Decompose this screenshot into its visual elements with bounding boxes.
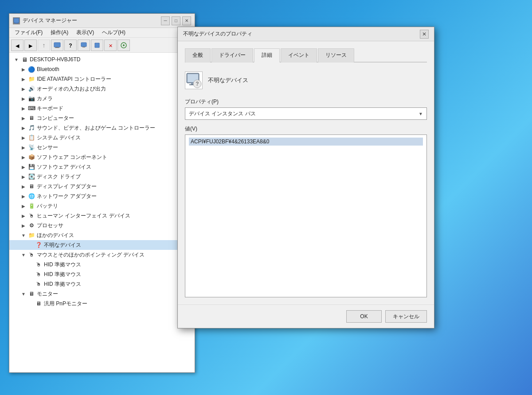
computer-expand-icon[interactable]: ▶ <box>20 115 27 122</box>
properties-dialog: 不明なデバイスのプロパティ ✕ 全般 ドライバー 詳細 イベント リソース ? <box>177 27 434 328</box>
audio-expand-icon[interactable]: ▶ <box>20 85 27 92</box>
tree-item-processor[interactable]: ▶ ⚙ プロセッサ <box>9 221 195 230</box>
tree-item-software-device[interactable]: ▶ 💾 ソフトウェア デバイス <box>9 162 195 172</box>
toolbar-computer-btn[interactable] <box>51 40 63 51</box>
value-box[interactable]: ACPI¥FUJ02BF¥4&26133EA8&0 <box>185 134 427 297</box>
audio-label: オーディオの入力および出力 <box>37 85 106 93</box>
tree-item-sensor[interactable]: ▶ 📡 センサー <box>9 142 195 152</box>
system-expand-icon[interactable]: ▶ <box>20 134 27 141</box>
network-label: ネットワーク アダプター <box>37 193 97 200</box>
tree-item-sound[interactable]: ▶ 🎵 サウンド、ビデオ、およびゲーム コントローラー <box>9 123 195 133</box>
menu-view[interactable]: 表示(V) <box>73 28 98 37</box>
tab-general[interactable]: 全般 <box>185 48 211 63</box>
toolbar-update-btn[interactable] <box>91 40 103 51</box>
device-icon-container: ? <box>185 71 203 89</box>
help-icon <box>69 42 72 49</box>
tree-item-hid[interactable]: ▶ 🖱 ヒューマン インターフェイス デバイス <box>9 211 195 221</box>
tab-events[interactable]: イベント <box>281 48 317 63</box>
value-section: 値(V) ACPI¥FUJ02BF¥4&26133EA8&0 <box>185 125 427 297</box>
tree-item-battery[interactable]: ▶ 🔋 バッテリ <box>9 201 195 211</box>
tree-item-system[interactable]: ▶ 📋 システム デバイス <box>9 133 195 142</box>
svg-rect-3 <box>54 43 60 47</box>
root-expand-icon[interactable]: ▼ <box>13 56 20 63</box>
tree-item-keyboard[interactable]: ▶ ⌨ キーボード <box>9 103 195 113</box>
root-computer-icon: 🖥 <box>21 56 28 63</box>
tree-item-hid-mouse3[interactable]: 🖱 HID 準拠マウス <box>9 279 195 289</box>
network-icon: 🌐 <box>28 193 35 200</box>
property-dropdown[interactable]: デバイス インスタンス パス ▼ <box>185 107 427 120</box>
toolbar-forward-btn[interactable] <box>24 40 37 51</box>
tree-item-monitor-group[interactable]: ▼ 🖥 モニター <box>9 289 195 299</box>
tab-details[interactable]: 詳細 <box>254 48 280 63</box>
disk-label: ディスク ドライブ <box>37 173 81 181</box>
tree-item-bluetooth[interactable]: ▶ 🔵 Bluetooth <box>9 64 195 74</box>
toolbar-up-btn[interactable]: ↑ <box>38 40 50 51</box>
svg-rect-5 <box>55 47 59 48</box>
generic-monitor-label: 汎用 PnPモニター <box>44 300 87 308</box>
tree-item-computer[interactable]: ▶ 🖥 コンピューター <box>9 113 195 123</box>
device-manager-window: デバイス マネージャー ─ □ ✕ ファイル(F) 操作(A) 表示(V) ヘル… <box>9 13 195 373</box>
tab-resources[interactable]: リソース <box>318 48 354 63</box>
monitor-expand-icon[interactable]: ▼ <box>20 290 27 297</box>
computer-label: コンピューター <box>37 115 74 122</box>
hid-expand-icon[interactable]: ▶ <box>20 212 27 219</box>
property-section: プロパティ(P) デバイス インスタンス パス ▼ <box>185 98 427 120</box>
monitor-group-icon: 🖥 <box>28 290 35 297</box>
toolbar-scan-btn[interactable] <box>117 40 130 51</box>
tree-item-camera[interactable]: ▶ 📷 カメラ <box>9 94 195 103</box>
tree-item-ide[interactable]: ▶ 📁 IDE ATA/ATAPI コントローラー <box>9 74 195 84</box>
mouse-expand-icon[interactable]: ▼ <box>20 251 27 258</box>
network-expand-icon[interactable]: ▶ <box>20 193 27 200</box>
bluetooth-expand-icon[interactable]: ▶ <box>20 66 27 73</box>
ide-expand-icon[interactable]: ▶ <box>20 75 27 83</box>
sound-expand-icon[interactable]: ▶ <box>20 124 27 131</box>
tree-item-unknown-device[interactable]: ❓ 不明なデバイス <box>9 240 195 250</box>
tree-root[interactable]: ▼ 🖥 DESKTOP-HVBJ6TD <box>9 55 195 64</box>
menu-file[interactable]: ファイル(F) <box>11 28 46 37</box>
tree-item-disk[interactable]: ▶ 💽 ディスク ドライブ <box>9 172 195 182</box>
dialog-close-btn[interactable]: ✕ <box>420 30 429 39</box>
tree-item-generic-monitor[interactable]: 🖥 汎用 PnPモニター <box>9 299 195 308</box>
toolbar-uninstall-btn[interactable] <box>104 40 117 51</box>
audio-icon: 🔊 <box>28 85 35 92</box>
camera-expand-icon[interactable]: ▶ <box>20 95 27 102</box>
sw-device-label: ソフトウェア デバイス <box>37 163 91 171</box>
toolbar-help-btn[interactable] <box>64 40 77 51</box>
disk-expand-icon[interactable]: ▶ <box>20 173 27 180</box>
sw-component-expand-icon[interactable]: ▶ <box>20 154 27 161</box>
camera-label: カメラ <box>37 95 53 103</box>
tree-item-display[interactable]: ▶ 🖥 ディスプレイ アダプター <box>9 182 195 191</box>
tree-item-hid-mouse1[interactable]: 🖱 HID 準拠マウス <box>9 260 195 269</box>
tree-item-audio[interactable]: ▶ 🔊 オーディオの入力および出力 <box>9 84 195 94</box>
menu-help[interactable]: ヘルプ(H) <box>98 28 129 37</box>
hid-mouse1-label: HID 準拠マウス <box>44 261 81 269</box>
sw-device-expand-icon[interactable]: ▶ <box>20 163 27 170</box>
keyboard-expand-icon[interactable]: ▶ <box>20 105 27 112</box>
battery-expand-icon[interactable]: ▶ <box>20 202 27 209</box>
tree-item-mouse-group[interactable]: ▼ 🖱 マウスとそのほかのポインティング デバイス <box>9 250 195 260</box>
sensor-icon: 📡 <box>28 144 35 151</box>
display-expand-icon[interactable]: ▶ <box>20 183 27 190</box>
monitor-group-label: モニター <box>37 290 58 298</box>
ok-button[interactable]: OK <box>346 310 382 323</box>
dm-close-btn[interactable]: ✕ <box>182 16 191 25</box>
dm-maximize-btn[interactable]: □ <box>172 16 180 25</box>
other-expand-icon[interactable]: ▼ <box>20 232 27 239</box>
hid-mouse2-icon: 🖱 <box>35 271 42 278</box>
menu-action[interactable]: 操作(A) <box>47 28 72 37</box>
sensor-label: センサー <box>37 144 58 151</box>
processor-expand-icon[interactable]: ▶ <box>20 222 27 229</box>
dm-minimize-btn[interactable]: ─ <box>161 16 170 25</box>
tree-item-software-component[interactable]: ▶ 📦 ソフトウェア コンポーネント <box>9 152 195 162</box>
tab-driver[interactable]: ドライバー <box>211 48 253 63</box>
tree-item-network[interactable]: ▶ 🌐 ネットワーク アダプター <box>9 191 195 201</box>
hid-mouse3-expand <box>27 280 34 288</box>
sensor-expand-icon[interactable]: ▶ <box>20 144 27 151</box>
cancel-button[interactable]: キャンセル <box>385 310 427 323</box>
tree-item-hid-mouse2[interactable]: 🖱 HID 準拠マウス <box>9 269 195 279</box>
toolbar-network-btn[interactable] <box>78 40 90 51</box>
tree-item-other-devices[interactable]: ▼ 📁 ほかのデバイス <box>9 230 195 240</box>
toolbar-back-btn[interactable] <box>11 40 23 51</box>
ide-icon: 📁 <box>28 75 35 83</box>
processor-icon: ⚙ <box>28 222 35 229</box>
